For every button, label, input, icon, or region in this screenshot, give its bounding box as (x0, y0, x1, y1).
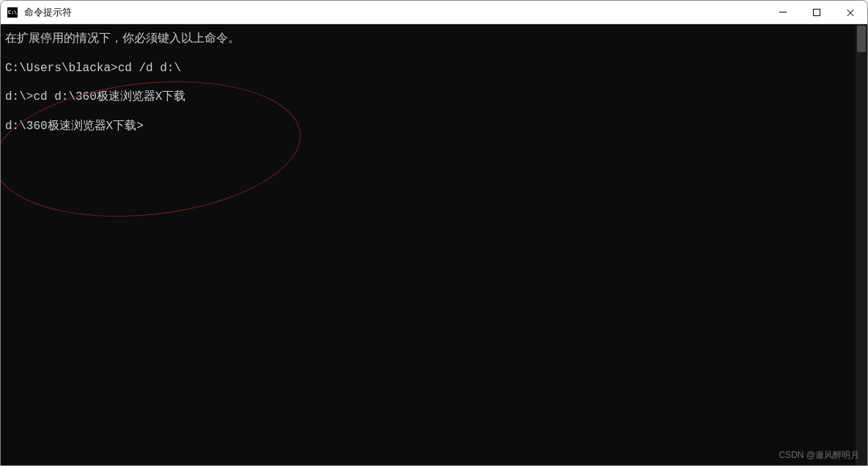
minimize-button[interactable] (766, 1, 800, 23)
titlebar[interactable]: C:\ 命令提示符 (1, 1, 867, 24)
close-icon (846, 8, 855, 17)
terminal-line: 在扩展停用的情况下，你必须键入以上命令。 (5, 30, 851, 49)
terminal-line: d:\360极速浏览器X下载> (5, 117, 851, 136)
scroll-thumb[interactable] (857, 26, 866, 52)
terminal-line: C:\Users\blacka>cd /d d:\ (5, 59, 851, 79)
window-controls (766, 1, 867, 23)
window-title: 命令提示符 (24, 6, 72, 19)
titlebar-left: C:\ 命令提示符 (1, 6, 72, 19)
cmd-icon: C:\ (7, 7, 18, 18)
close-button[interactable] (834, 1, 867, 23)
maximize-icon (813, 9, 820, 16)
watermark: CSDN @邀风醉明月 (779, 449, 859, 462)
terminal-wrapper: 在扩展停用的情况下，你必须键入以上命令。 C:\Users\blacka>cd … (1, 24, 867, 465)
maximize-button[interactable] (800, 1, 834, 23)
terminal[interactable]: 在扩展停用的情况下，你必须键入以上命令。 C:\Users\blacka>cd … (1, 24, 856, 465)
cmd-window: C:\ 命令提示符 在扩展停用的情况下，你必须键入以上命令。 C:\Users\… (0, 0, 868, 466)
minimize-icon (779, 12, 787, 12)
terminal-line: d:\>cd d:\360极速浏览器X下载 (5, 88, 851, 107)
scrollbar[interactable] (856, 24, 867, 465)
